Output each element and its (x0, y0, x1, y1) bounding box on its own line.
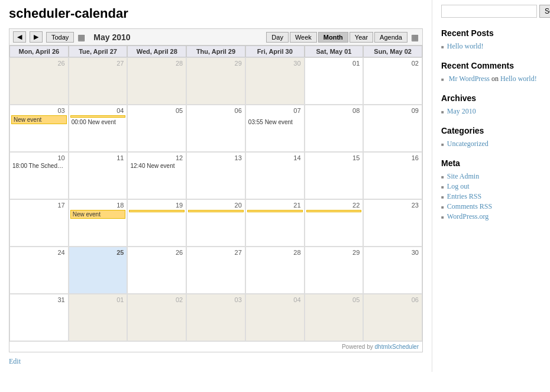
cell-may07[interactable]: 07 03:55 New event (245, 105, 305, 152)
cell-may21[interactable]: 21 (245, 199, 305, 247)
day-num: 27 (188, 248, 244, 257)
cell-may30[interactable]: 30 (363, 247, 422, 294)
cell-may08[interactable]: 08 (305, 105, 364, 152)
cell-may02[interactable]: 02 (363, 57, 422, 105)
day-num: 13 (188, 154, 244, 162)
list-item: Hello world! (441, 41, 541, 51)
list-item: Comments RSS (441, 202, 541, 212)
cell-jun05[interactable]: 05 (305, 294, 364, 341)
day-num: 27 (70, 59, 126, 67)
event-text-1240[interactable]: 12:40 New event (129, 162, 185, 170)
category-link[interactable]: Uncategorized (447, 140, 488, 148)
comment-post-link[interactable]: Hello world! (500, 74, 537, 83)
cell-apr27[interactable]: 27 (69, 57, 128, 105)
cell-may01[interactable]: 01 (305, 57, 364, 105)
calendar-grid: Mon, April 26 Tue, April 27 Wed, April 2… (9, 46, 422, 341)
cell-may29[interactable]: 29 (305, 247, 364, 294)
event-bar-new-event-1[interactable]: New event (11, 115, 67, 124)
cell-may16[interactable]: 16 (363, 152, 422, 199)
day-num: 23 (365, 201, 420, 209)
wordpress-org-link[interactable]: WordPress.org (447, 212, 488, 221)
cell-may14[interactable]: 14 (245, 152, 305, 199)
fullscreen-icon[interactable]: ▦ (411, 33, 419, 42)
event-bar-cont8[interactable] (306, 210, 362, 212)
event-bar-new-event-cont1[interactable] (70, 115, 126, 118)
cell-may25[interactable]: 25 (69, 247, 128, 294)
cell-may27[interactable]: 27 (186, 247, 245, 294)
cell-may06[interactable]: 06 (186, 105, 245, 152)
cell-jun04[interactable]: 04 (245, 294, 305, 341)
search-input[interactable] (441, 5, 537, 18)
event-bar-cont6[interactable] (188, 210, 244, 212)
cell-may24[interactable]: 24 (9, 247, 69, 294)
event-bar-cont7[interactable] (247, 210, 303, 212)
day-num: 05 (129, 106, 185, 115)
cell-may17[interactable]: 17 (9, 199, 69, 247)
day-num: 04 (247, 296, 303, 304)
cell-apr26[interactable]: 26 (9, 57, 69, 105)
cell-may20[interactable]: 20 (186, 199, 245, 247)
entries-rss-link[interactable]: Entries RSS (447, 192, 481, 200)
grid-icon[interactable]: ▦ (77, 33, 85, 42)
cell-apr29[interactable]: 29 (186, 57, 245, 105)
comment-author-link[interactable]: Mr WordPress (449, 74, 490, 83)
day-num: 06 (188, 106, 244, 115)
list-item: May 2010 (441, 106, 541, 116)
archive-link[interactable]: May 2010 (447, 107, 476, 115)
recent-post-link[interactable]: Hello world! (447, 42, 484, 50)
event-bar-new-event-2[interactable]: New event (70, 210, 126, 219)
cell-may23[interactable]: 23 (363, 199, 422, 247)
cell-may26[interactable]: 26 (127, 247, 186, 294)
cell-apr30[interactable]: 30 (245, 57, 305, 105)
today-button[interactable]: Today (46, 32, 74, 43)
cell-may03[interactable]: 03 New event (9, 105, 69, 152)
categories-section: Categories Uncategorized (441, 126, 541, 149)
next-button[interactable]: ▶ (30, 31, 43, 43)
cell-may13[interactable]: 13 (186, 152, 245, 199)
site-admin-link[interactable]: Site Admin (447, 172, 479, 180)
month-view-button[interactable]: Month (318, 32, 348, 43)
day-num: 29 (188, 59, 244, 67)
cell-may19[interactable]: 19 (127, 199, 186, 247)
cell-may12[interactable]: 12 12:40 New event (127, 152, 186, 199)
event-text-0355[interactable]: 03:55 New event (247, 118, 303, 126)
sidebar: Search Recent Posts Hello world! Recent … (432, 0, 550, 372)
powered-by-link[interactable]: dhtmlxScheduler (375, 344, 419, 350)
cell-may05[interactable]: 05 (127, 105, 186, 152)
cell-jun03[interactable]: 03 (186, 294, 245, 341)
cell-jun01[interactable]: 01 (69, 294, 128, 341)
cell-may11[interactable]: 11 (69, 152, 128, 199)
cell-jun06[interactable]: 06 (363, 294, 422, 341)
edit-link[interactable]: Edit (9, 357, 423, 366)
week-view-button[interactable]: Week (290, 32, 317, 43)
day-num: 09 (365, 106, 420, 115)
cell-may31[interactable]: 31 (9, 294, 69, 341)
search-button[interactable]: Search (539, 5, 550, 18)
categories-list: Uncategorized (441, 139, 541, 149)
archives-section: Archives May 2010 (441, 93, 541, 116)
cell-may22[interactable]: 22 (305, 199, 364, 247)
day-num: 01 (70, 296, 126, 304)
event-bar-cont5[interactable] (129, 210, 185, 212)
agenda-view-button[interactable]: Agenda (374, 32, 407, 43)
cell-may15[interactable]: 15 (305, 152, 364, 199)
event-text-1800[interactable]: 18:00 The Sched… (11, 162, 67, 170)
day-view-button[interactable]: Day (266, 32, 289, 43)
event-text-0000[interactable]: 00:00 New event (70, 118, 126, 126)
day-num: 19 (129, 201, 185, 209)
year-view-button[interactable]: Year (350, 32, 373, 43)
calendar: ◀ ▶ Today ▦ May 2010 Day Week Month Year… (9, 28, 423, 352)
cell-apr28[interactable]: 28 (127, 57, 186, 105)
comments-rss-link[interactable]: Comments RSS (447, 202, 492, 210)
cell-jun02[interactable]: 02 (127, 294, 186, 341)
list-item: Uncategorized (441, 139, 541, 149)
cell-may28[interactable]: 28 (245, 247, 305, 294)
log-out-link[interactable]: Log out (447, 182, 470, 190)
day-num: 30 (247, 59, 303, 67)
prev-button[interactable]: ◀ (13, 31, 26, 43)
cell-may04[interactable]: 04 00:00 New event (69, 105, 128, 152)
cell-may10[interactable]: 10 18:00 The Sched… (9, 152, 69, 199)
cell-may18[interactable]: 18 New event (69, 199, 128, 247)
cell-may09[interactable]: 09 (363, 105, 422, 152)
search-bar: Search (441, 5, 541, 18)
